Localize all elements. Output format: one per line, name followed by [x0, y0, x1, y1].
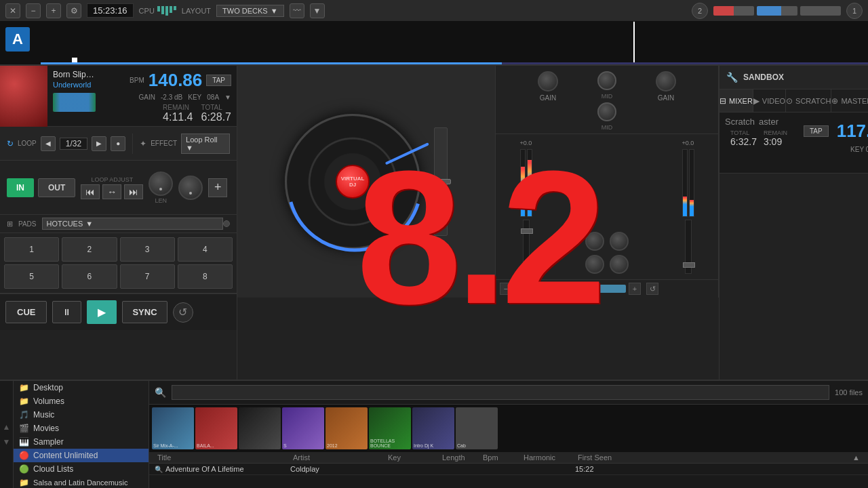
waveform-options-btn[interactable]: ▼ [310, 3, 325, 18]
tab-video[interactable]: ▶ VIDEO [753, 89, 786, 112]
close-btn[interactable]: ✕ [5, 3, 20, 18]
pad-2[interactable]: 2 [62, 237, 117, 262]
center-knob-4[interactable] [610, 255, 629, 274]
sidebar-item-cloud-lists[interactable]: 🟢 Cloud Lists [14, 462, 149, 476]
turntable[interactable]: VIRTUAL DJ [285, 114, 420, 249]
waveform-btn[interactable]: 〰 [290, 3, 304, 18]
album-8[interactable]: Cab [456, 407, 498, 449]
col-seen-header[interactable]: First Seen [575, 453, 850, 462]
key-dropdown-icon[interactable]: ▼ [224, 94, 231, 101]
tab-scratch[interactable]: ⊙ SCRATCH [786, 89, 831, 112]
tap-button[interactable]: TAP [206, 75, 231, 86]
pad-6[interactable]: 6 [62, 264, 117, 289]
bpm-area: BPM 140.86 TAP GAIN -2.3 dB KEY 08A ▼ RE… [101, 66, 237, 126]
ch-fader-handle-right[interactable] [683, 262, 695, 268]
adj-forward-btn[interactable]: ⏭ [124, 184, 143, 199]
ch-fader-handle-left[interactable] [521, 228, 533, 234]
left-transport: CUE ⏸ ▶ SYNC ↺ [0, 293, 237, 330]
album-7[interactable]: Intro Dj K [412, 407, 454, 449]
pad-1[interactable]: 1 [4, 237, 59, 262]
hotcues-selector[interactable]: HOTCUES ▼ [42, 218, 224, 230]
track-miniwave[interactable] [53, 93, 96, 112]
sidebar-item-salsa[interactable]: 📁 Salsa and Latin Dancemusic [14, 476, 149, 488]
pitch-slider[interactable] [434, 127, 448, 236]
len-knob-area: LEN [149, 171, 173, 204]
top-bar: ✕ − + ⚙ 15:23:16 CPU LAYOUT TWO DECKS ▼ … [0, 0, 868, 22]
waveform-area[interactable]: A // Draw random waveform bars var svg =… [0, 22, 868, 66]
right-track-labels: Scratch aster [725, 117, 793, 127]
pad-7[interactable]: 7 [120, 264, 175, 289]
loop-next-btn[interactable]: ▶ [92, 136, 106, 151]
sidebar-item-movies[interactable]: 🎬 Movies [14, 422, 149, 435]
left-pause-button[interactable]: ⏸ [52, 301, 81, 323]
out-button[interactable]: OUT [38, 178, 75, 197]
bpm-label: BPM [130, 77, 144, 84]
eq-knob-mid[interactable] [597, 71, 616, 90]
center-knob-3[interactable] [585, 255, 604, 274]
pitch-slider-handle[interactable] [432, 179, 451, 184]
pad-5[interactable]: 5 [4, 264, 59, 289]
sidebar-item-sampler[interactable]: 🎹 Sampler [14, 435, 149, 449]
settings-btn[interactable]: ⚙ [66, 3, 81, 18]
pad-3[interactable]: 3 [120, 237, 175, 262]
turntable-progress-arc [283, 113, 426, 255]
crossfader-handle[interactable] [559, 283, 569, 294]
arrow-up-btn[interactable]: ▲ [3, 422, 11, 432]
loop-back-icon[interactable]: ↺ [646, 283, 658, 295]
album-label-1: Sir Mix-A-... [153, 443, 178, 448]
plus-button[interactable]: + [208, 178, 227, 197]
search-input[interactable] [172, 385, 829, 400]
album-1[interactable]: Sir Mix-A-... [152, 407, 194, 449]
sidebar-item-desktop[interactable]: 📁 Desktop [14, 381, 149, 394]
loop-icon-btn[interactable]: ↺ [173, 302, 193, 323]
album-3[interactable] [239, 407, 281, 449]
loop-prev-btn[interactable]: ◀ [41, 136, 56, 151]
dry-wet-knob[interactable] [178, 176, 203, 200]
arrow-down-btn[interactable]: ▼ [3, 437, 11, 447]
album-4[interactable]: S [282, 407, 324, 449]
vu-right [682, 149, 694, 217]
col-length-header: Length [439, 453, 480, 462]
in-button[interactable]: IN [7, 178, 34, 197]
album-2[interactable]: BAILA... [195, 407, 237, 449]
folder-icon-volumes: 📁 [19, 396, 29, 406]
pad-8[interactable]: 8 [178, 264, 233, 289]
adj-center-btn[interactable]: ↔ [102, 184, 121, 199]
tab-mixer[interactable]: ⊟ MIXER [719, 89, 753, 112]
eq-knob-mid2[interactable] [597, 102, 616, 121]
effect-selector[interactable]: Loop Roll ▼ [181, 134, 230, 154]
sidebar-item-volumes[interactable]: 📁 Volumes [14, 394, 149, 408]
minimize-btn[interactable]: − [26, 3, 41, 18]
gain-knob-right[interactable] [656, 71, 676, 92]
gain-knob-left[interactable] [538, 71, 558, 92]
cf-left-btn[interactable]: − [500, 283, 512, 295]
len-knob[interactable] [149, 171, 173, 196]
left-play-button[interactable]: ▶ [87, 300, 117, 324]
center-knob-1[interactable] [585, 232, 604, 251]
track-length-cell [439, 465, 480, 473]
ch-fader-right[interactable] [685, 220, 692, 274]
album-6[interactable]: BOTELLAS BOUNCE [369, 407, 411, 449]
right-tap-btn[interactable]: TAP [804, 125, 829, 137]
adj-back-btn[interactable]: ⏮ [81, 184, 100, 199]
center-knobs [555, 232, 659, 274]
sidebar-item-content-unlimited[interactable]: 🔴 Content Unlimited [14, 449, 149, 462]
len-label: LEN [155, 197, 167, 204]
cf-right-btn[interactable]: + [629, 283, 641, 295]
sidebar-item-music[interactable]: 🎵 Music [14, 408, 149, 422]
col-harmonic-header: Harmonic [521, 453, 575, 462]
left-cue-button[interactable]: CUE [5, 301, 47, 323]
ch-fader-left[interactable] [523, 220, 530, 274]
loop-set-btn[interactable]: ● [111, 136, 125, 151]
pad-4[interactable]: 4 [178, 237, 233, 262]
tab-master[interactable]: ⊕ MASTER [831, 89, 868, 112]
turntable-area[interactable]: VIRTUAL DJ [237, 66, 495, 298]
left-sync-button[interactable]: SYNC [122, 301, 167, 323]
layout-label: LAYOUT [182, 7, 211, 15]
center-knob-2[interactable] [610, 232, 629, 251]
maximize-btn[interactable]: + [46, 3, 61, 18]
bpm-value: 140.86 [149, 70, 203, 91]
layout-selector[interactable]: TWO DECKS ▼ [216, 5, 284, 17]
track-row-1[interactable]: 🔍 Adventure Of A Lifetime Coldplay 15:22 [149, 464, 868, 475]
album-5[interactable]: 2012 [326, 407, 368, 449]
